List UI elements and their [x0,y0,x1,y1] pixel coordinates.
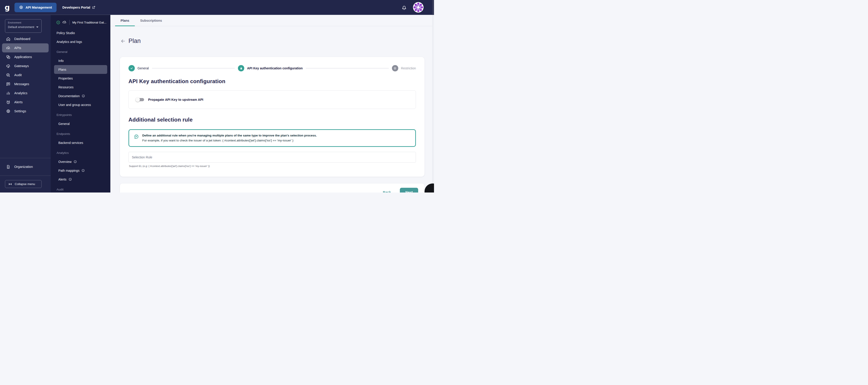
step-done-check-icon [128,65,135,71]
wizard-stepper: General API Key authentication configura… [128,65,416,71]
scrollbar-body-segment [432,15,434,193]
propagate-api-key-toggle[interactable] [135,97,145,102]
api-management-button[interactable]: API Management [14,3,57,12]
api-menu-resources[interactable]: Resources [51,83,111,92]
sidebar-item-label: APIs [14,46,21,50]
api-menu-documentation[interactable]: Documentation [51,92,111,100]
message-bubble-icon [6,82,11,86]
chat-bubble-icon [134,134,139,139]
api-not-deployed-cloud-icon [62,20,67,25]
environment-label: Environment [8,21,39,24]
api-key-config-heading: API Key authentication configuration [128,78,416,84]
menu-label: Plans [58,68,66,71]
api-management-label: API Management [26,6,52,9]
section-label: Analytics [57,151,69,154]
menu-label: Overview [58,160,71,164]
tab-label: Subscriptions [140,19,162,22]
tab-plans[interactable]: Plans [115,15,135,26]
step-general[interactable]: General [128,65,149,71]
sidebar-item-dashboard[interactable]: Dashboard [2,34,49,43]
step-shield-icon [392,65,398,71]
api-menu-path-mappings[interactable]: Path mappings [51,166,111,175]
logo-glyph: g [5,4,10,11]
cloud-upload-icon [6,46,11,50]
sidebar-item-settings[interactable]: Settings [2,107,49,116]
user-avatar[interactable] [413,2,424,13]
next-button[interactable]: Next [400,188,418,193]
environment-selector[interactable]: Environment Default environment [5,19,41,33]
audit-search-check-icon [6,73,11,77]
sidebar-item-analytics[interactable]: Analytics [2,89,49,98]
menu-label: Properties [58,77,73,80]
api-sidebar: My First Traditional Gat... Policy Studi… [51,15,111,193]
info-icon[interactable] [68,178,72,181]
scrollbar-track[interactable] [432,0,434,193]
top-bar: g API Management Developers Portal [0,0,434,15]
sidebar-item-gateways[interactable]: Gateways [2,62,49,70]
info-icon[interactable] [82,169,85,172]
additional-selection-rule-heading: Additional selection rule [128,116,416,123]
api-menu-analytics-and-logs[interactable]: Analytics and logs [51,37,111,46]
sidebar-item-apis[interactable]: APIs [2,43,49,53]
sidebar-item-messages[interactable]: Messages [2,79,49,89]
banner-line-1: Define an additional rule when you're ma… [142,133,317,138]
menu-label: Resources [58,85,73,89]
plan-page: Plan General API Key authentication conf… [111,26,434,193]
caret-down-icon [36,26,39,28]
notifications-bell-icon[interactable] [401,4,407,10]
menu-label: Backend services [58,141,83,145]
info-icon[interactable] [82,94,85,98]
environment-value: Default environment [8,25,34,29]
back-button[interactable]: Back [381,189,393,193]
sidebar-item-alerts[interactable]: Alerts [2,98,49,107]
api-menu-plans[interactable]: Plans [54,65,107,74]
scrollbar-top-segment [432,0,434,15]
home-icon [6,37,11,41]
api-menu-alerts[interactable]: Alerts [51,175,111,184]
api-menu-overview[interactable]: Overview [51,157,111,166]
step-label: Restriction [401,66,416,70]
api-menu-entrypoints-general[interactable]: General [51,119,111,128]
sidebar-item-applications[interactable]: Applications [2,53,49,62]
menu-label: Documentation [58,94,80,98]
api-header: My First Traditional Gat... [51,15,111,25]
selection-rule-input[interactable] [128,152,416,163]
step-label: General [137,66,149,70]
sidebar-item-label: Alerts [14,100,23,104]
organization-label: Organization [14,165,33,169]
developers-portal-link[interactable]: Developers Portal [62,6,95,9]
collapse-menu-button[interactable]: Collapse menu [5,180,41,188]
api-menu-policy-studio[interactable]: Policy Studio [51,29,111,37]
section-label: General [57,50,67,54]
sidebar-item-label: Settings [14,109,26,113]
api-menu-properties[interactable]: Properties [51,74,111,83]
main-content: Plans Subscriptions Plan General [111,15,434,193]
api-menu-section-audit: Audit [51,185,111,193]
menu-label: General [58,122,70,126]
sidebar-item-label: Gateways [14,64,29,68]
stepper-line [152,68,235,68]
propagate-api-key-field: Propagate API Key to upstream API [128,91,416,109]
step-api-key-configuration[interactable]: API Key authentication configuration [238,65,303,71]
stepper-line [306,68,389,68]
menu-label: Path mappings [58,169,80,172]
step-restriction[interactable]: Restriction [392,65,416,71]
back-arrow-icon[interactable] [120,38,126,44]
api-menu-backend-services[interactable]: Backend services [51,138,111,147]
info-icon[interactable] [73,160,77,163]
applications-cards-icon [6,55,11,60]
sidebar-item-organization[interactable]: Organization [2,162,49,171]
api-menu-section-endpoints: Endpoints [51,130,111,138]
organization-icon [6,165,11,169]
api-menu-section-entrypoints: Entrypoints [51,110,111,119]
api-menu-info[interactable]: Info [51,56,111,65]
toggle-knob [135,97,140,102]
tab-subscriptions[interactable]: Subscriptions [135,15,167,26]
menu-label: User and group access [58,103,91,107]
api-menu-user-group-access[interactable]: User and group access [51,100,111,109]
selection-rule-info-banner: Define an additional rule when you're ma… [128,129,416,147]
sidebar-item-audit[interactable]: Audit [2,70,49,79]
menu-label: Analytics and logs [57,40,82,44]
plan-wizard-card: General API Key authentication configura… [120,57,425,177]
section-label: Endpoints [57,132,70,136]
